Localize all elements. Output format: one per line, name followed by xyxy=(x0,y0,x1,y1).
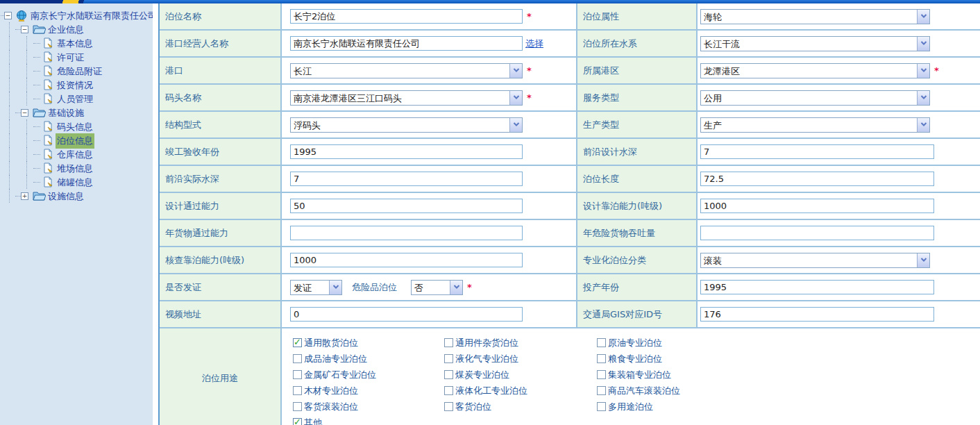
chevron-down-icon[interactable] xyxy=(917,10,929,24)
design-throughput-capacity-input[interactable] xyxy=(290,199,523,213)
chevron-down-icon[interactable] xyxy=(509,91,522,105)
specialized-berth-category-select[interactable]: 滚装 xyxy=(700,253,930,268)
checkbox-unchecked[interactable] xyxy=(444,386,453,395)
chevron-down-icon[interactable] xyxy=(917,64,929,78)
license-issued-select[interactable]: 发证 xyxy=(290,280,342,295)
annual-cargo-capacity-input[interactable] xyxy=(290,226,523,240)
tree-item-label[interactable]: 基本信息 xyxy=(56,36,94,51)
tree-expander-plus-icon[interactable]: + xyxy=(21,192,28,200)
port-area-label: 所属港区 xyxy=(576,58,698,85)
service-type-select[interactable]: 公用 xyxy=(700,90,930,106)
verified-berthing-capacity-input[interactable] xyxy=(290,253,523,267)
tree-item-label[interactable]: 许可证 xyxy=(56,50,85,65)
required-mark: * xyxy=(527,11,532,22)
chevron-down-icon[interactable] xyxy=(917,37,929,51)
choose-operator-link[interactable]: 选择 xyxy=(525,38,543,50)
chevron-down-icon[interactable] xyxy=(509,64,522,78)
checkbox-unchecked[interactable] xyxy=(444,402,453,411)
water-system-select[interactable]: 长江干流 xyxy=(700,36,930,51)
tree-item-label[interactable]: 人员管理 xyxy=(56,92,94,107)
checkbox-unchecked[interactable] xyxy=(597,338,606,347)
tree-guide-line xyxy=(9,50,10,64)
port-operator-name-field: 选择 xyxy=(282,31,576,58)
port-operator-name-input[interactable] xyxy=(290,36,523,51)
annual-dangerous-cargo-throughput-input[interactable] xyxy=(700,226,934,240)
annual-cargo-capacity-label: 年货物通过能力 xyxy=(160,220,282,247)
chevron-down-icon[interactable] xyxy=(917,118,929,132)
usage-option-label: 原油专业泊位 xyxy=(608,337,662,349)
tree-item-label[interactable]: 投资情况 xyxy=(56,78,94,93)
front-actual-depth-input[interactable] xyxy=(290,172,523,186)
tree-guide-line xyxy=(9,119,10,133)
port-area-select[interactable]: 龙潭港区 xyxy=(700,63,930,78)
port-field: 长江* xyxy=(282,58,576,85)
checkbox-checked[interactable] xyxy=(293,418,302,425)
berth-name-input[interactable] xyxy=(290,9,523,24)
traffic-bureau-gis-id-input[interactable] xyxy=(700,307,934,322)
tree-item-label[interactable]: 堆场信息 xyxy=(56,161,94,176)
tree-node-berth-info: 泊位信息 xyxy=(0,133,153,147)
berth-length-input[interactable] xyxy=(700,172,934,186)
front-design-depth-input[interactable] xyxy=(700,144,934,159)
checkbox-unchecked[interactable] xyxy=(597,354,606,363)
production-type-select[interactable]: 生产 xyxy=(700,117,930,133)
usage-option-label: 其他 xyxy=(304,417,322,425)
tree-item-label[interactable]: 储罐信息 xyxy=(56,175,94,190)
checkbox-unchecked[interactable] xyxy=(597,370,606,379)
form-row: 竣工验收年份前沿设计水深 xyxy=(160,139,980,166)
usage-option-label: 集装箱专业泊位 xyxy=(608,369,671,381)
chevron-down-icon[interactable] xyxy=(509,118,522,132)
usage-option: 煤炭专业泊位 xyxy=(444,367,597,383)
tree-item-label[interactable]: 仓库信息 xyxy=(56,147,94,162)
dangerous-goods-berth-select[interactable]: 否 xyxy=(411,280,463,295)
checkbox-unchecked[interactable] xyxy=(597,386,606,395)
video-address-input[interactable] xyxy=(290,307,523,322)
tree-item-label[interactable]: 设施信息 xyxy=(47,189,85,204)
wharf-name-select[interactable]: 南京港龙潭港区三江口码头 xyxy=(290,90,523,106)
wharf-name-label: 码头名称 xyxy=(160,85,282,112)
tree-guide-line xyxy=(26,133,27,147)
tree-item-label[interactable]: 泊位信息 xyxy=(56,133,94,149)
tree-item-label[interactable]: 码头信息 xyxy=(56,119,94,135)
structure-type-select[interactable]: 浮码头 xyxy=(290,117,523,133)
checkbox-unchecked[interactable] xyxy=(444,338,453,347)
berth-attribute-select[interactable]: 海轮 xyxy=(700,9,930,24)
usage-option-label: 通用件杂货泊位 xyxy=(455,337,518,349)
tree-item-label[interactable]: 危险品附证 xyxy=(56,64,103,79)
production-type-label: 生产类型 xyxy=(576,112,698,139)
checkbox-unchecked[interactable] xyxy=(444,370,453,379)
chevron-down-icon[interactable] xyxy=(917,91,929,105)
tree-node-enterprise-info: −企业信息 xyxy=(0,22,153,36)
tree-guide-dash xyxy=(33,57,40,58)
tree-guide-line xyxy=(9,175,10,189)
checkbox-unchecked[interactable] xyxy=(293,402,302,411)
checkbox-unchecked[interactable] xyxy=(293,370,302,379)
usage-option-label: 金属矿石专业泊位 xyxy=(304,369,376,381)
checkbox-unchecked[interactable] xyxy=(293,386,302,395)
checkbox-unchecked[interactable] xyxy=(444,354,453,363)
tree-expander-minus-icon[interactable]: − xyxy=(21,26,28,33)
chevron-down-icon[interactable] xyxy=(917,253,929,267)
chevron-down-icon[interactable] xyxy=(329,281,341,294)
checkbox-checked[interactable] xyxy=(293,338,302,347)
port-select[interactable]: 长江 xyxy=(290,63,523,78)
tree-item-label[interactable]: 南京长宁水陆联运有限责任公司 xyxy=(29,8,153,24)
tree-expander-minus-icon[interactable]: − xyxy=(21,109,28,117)
front-actual-depth-field xyxy=(282,166,576,193)
tree-item-label[interactable]: 企业信息 xyxy=(47,22,85,38)
completion-acceptance-year-input[interactable] xyxy=(290,144,523,159)
design-berthing-capacity-input[interactable] xyxy=(700,199,934,213)
tree-expander-minus-icon[interactable]: − xyxy=(4,12,12,19)
chevron-down-icon[interactable] xyxy=(450,281,462,294)
checkbox-unchecked[interactable] xyxy=(293,354,302,363)
video-address-label: 视频地址 xyxy=(160,301,282,328)
tree-guide-line xyxy=(9,36,10,50)
tree-node-license: 许可证 xyxy=(0,50,153,64)
form-row: 核查靠泊能力(吨级)专业化泊位分类滚装 xyxy=(160,247,980,274)
tree-guide-line xyxy=(26,161,27,175)
tree-item-label[interactable]: 基础设施 xyxy=(47,106,85,121)
production-year-input[interactable] xyxy=(700,280,934,294)
checkbox-unchecked[interactable] xyxy=(597,402,606,411)
structure-type-label: 结构型式 xyxy=(160,112,282,139)
tree-guide-line xyxy=(26,78,27,92)
